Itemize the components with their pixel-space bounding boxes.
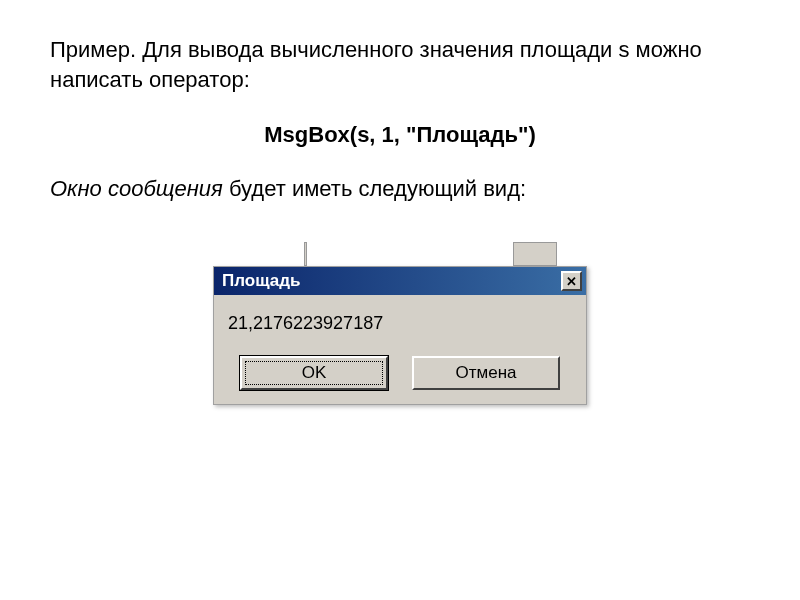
msgbox-window: Площадь ✕ 21,2176223927187 OK Отмена <box>213 266 587 405</box>
dialog-body: 21,2176223927187 OK Отмена <box>214 295 586 404</box>
msgbox-screenshot: Площадь ✕ 21,2176223927187 OK Отмена <box>213 242 587 405</box>
ok-button[interactable]: OK <box>240 356 388 390</box>
cancel-button-label: Отмена <box>456 363 517 383</box>
ok-button-label: OK <box>302 363 327 383</box>
fragment-behind-1 <box>304 242 307 266</box>
message-value: 21,2176223927187 <box>228 313 572 334</box>
title-bar: Площадь ✕ <box>214 267 586 295</box>
close-icon: ✕ <box>566 274 577 289</box>
follow-paragraph: Окно сообщения будет иметь следующий вид… <box>50 176 750 202</box>
follow-rest: будет иметь следующий вид: <box>223 176 526 201</box>
close-button[interactable]: ✕ <box>561 271 582 291</box>
code-example: MsgBox(s, 1, "Площадь") <box>50 122 750 148</box>
cancel-button[interactable]: Отмена <box>412 356 560 390</box>
window-title: Площадь <box>222 271 300 291</box>
follow-italic: Окно сообщения <box>50 176 223 201</box>
intro-paragraph: Пример. Для вывода вычисленного значения… <box>50 35 750 94</box>
fragment-behind-2 <box>513 242 557 266</box>
button-row: OK Отмена <box>228 356 572 390</box>
